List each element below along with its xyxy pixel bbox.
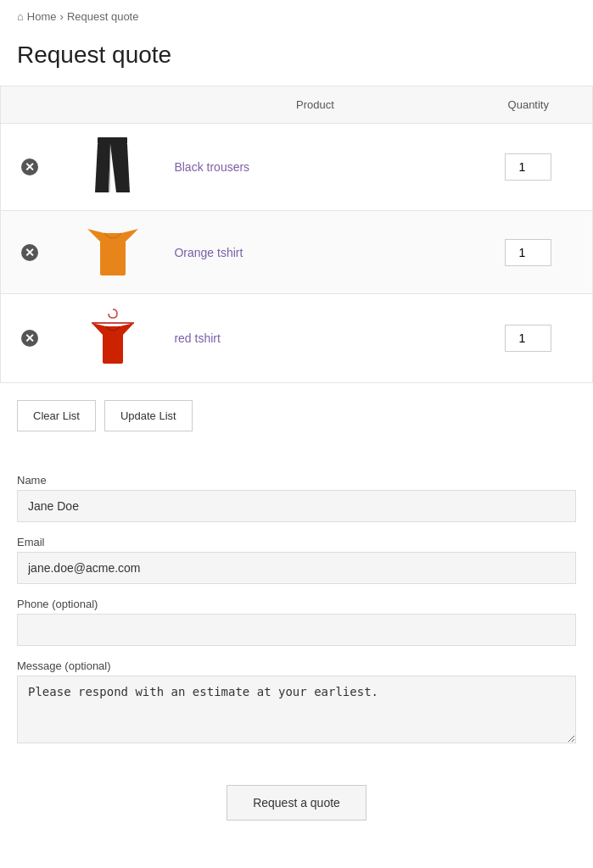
phone-input[interactable] — [17, 614, 576, 646]
breadcrumb-home-link[interactable]: Home — [27, 10, 57, 23]
remove-item-button[interactable]: ✕ — [21, 244, 38, 261]
breadcrumb: ⌂ Home › Request quote — [0, 0, 593, 33]
table-row: ✕ Orange tshirt — [1, 211, 593, 294]
remove-cell: ✕ — [1, 211, 59, 294]
quote-table: Product Quantity ✕ — [0, 86, 593, 383]
message-group: Message (optional) Please respond with a… — [17, 659, 576, 746]
quantity-cell — [465, 211, 593, 294]
remove-icon: ✕ — [21, 159, 38, 175]
product-image-trousers — [93, 137, 131, 197]
table-actions: Clear List Update List — [0, 383, 593, 448]
submit-area: Request a quote — [0, 776, 593, 846]
name-group: Name — [17, 474, 576, 522]
update-list-button[interactable]: Update List — [104, 400, 193, 431]
quantity-cell — [465, 124, 593, 211]
col-header-quantity: Quantity — [465, 86, 593, 124]
remove-item-button[interactable]: ✕ — [21, 330, 38, 347]
remove-icon: ✕ — [21, 244, 38, 261]
email-group: Email — [17, 536, 576, 584]
request-quote-button[interactable]: Request a quote — [227, 785, 366, 821]
remove-cell: ✕ — [1, 124, 59, 211]
col-header-remove — [1, 86, 59, 124]
contact-form: Name Email Phone (optional) Message (opt… — [0, 457, 593, 776]
quantity-input[interactable] — [505, 325, 551, 352]
product-image-orange-tshirt — [87, 225, 138, 280]
product-image-cell — [59, 294, 166, 383]
table-header-row: Product Quantity — [1, 86, 593, 124]
home-icon: ⌂ — [17, 10, 24, 23]
name-label: Name — [17, 474, 576, 487]
breadcrumb-separator: › — [60, 10, 64, 23]
svg-rect-6 — [100, 233, 126, 275]
message-textarea[interactable]: Please respond with an estimate at your … — [17, 676, 576, 743]
remove-cell: ✕ — [1, 294, 59, 383]
product-name-cell: red tshirt — [165, 294, 464, 383]
remove-item-button[interactable]: ✕ — [21, 159, 38, 175]
message-label: Message (optional) — [17, 659, 576, 672]
svg-rect-0 — [98, 137, 127, 144]
product-image-cell — [59, 124, 166, 211]
product-image-red-tshirt — [87, 308, 138, 369]
product-link[interactable]: Black trousers — [174, 160, 249, 174]
remove-icon: ✕ — [21, 330, 38, 347]
svg-marker-1 — [95, 144, 110, 192]
clear-list-button[interactable]: Clear List — [17, 400, 96, 431]
col-header-product: Product — [165, 86, 464, 124]
product-image-cell — [59, 211, 166, 294]
svg-rect-10 — [103, 326, 123, 364]
table-row: ✕ red t — [1, 294, 593, 383]
quantity-cell — [465, 294, 593, 383]
email-input[interactable] — [17, 552, 576, 584]
col-header-image — [59, 86, 166, 124]
product-link[interactable]: red tshirt — [174, 331, 220, 345]
product-name-cell: Orange tshirt — [165, 211, 464, 294]
quantity-input[interactable] — [505, 239, 551, 266]
phone-group: Phone (optional) — [17, 598, 576, 646]
product-name-cell: Black trousers — [165, 124, 464, 211]
page-title: Request quote — [0, 33, 593, 86]
product-link[interactable]: Orange tshirt — [174, 246, 243, 259]
name-input[interactable] — [17, 490, 576, 522]
svg-marker-2 — [110, 144, 130, 192]
phone-label: Phone (optional) — [17, 598, 576, 610]
quantity-input[interactable] — [505, 153, 551, 181]
email-label: Email — [17, 536, 576, 548]
table-row: ✕ Black trousers — [1, 124, 593, 211]
breadcrumb-current: Request quote — [67, 10, 139, 23]
